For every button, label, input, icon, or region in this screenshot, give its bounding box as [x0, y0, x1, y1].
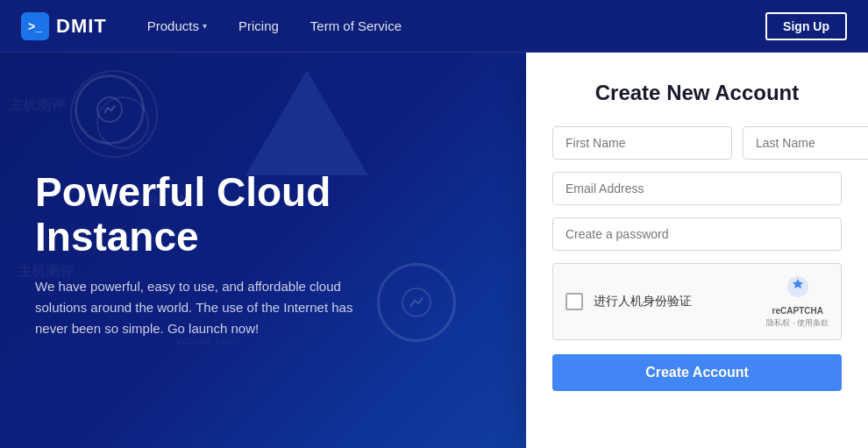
first-name-input[interactable] — [552, 126, 732, 160]
name-row — [552, 126, 842, 160]
email-input[interactable] — [552, 172, 842, 205]
logo-area[interactable]: >_ DMIT — [21, 12, 107, 40]
password-input[interactable] — [552, 217, 842, 251]
recaptcha-label: 进行人机身份验证 — [594, 294, 692, 309]
recaptcha-checkbox[interactable] — [566, 293, 583, 310]
nav-products[interactable]: Products ▾ — [133, 11, 221, 40]
hero-section: Powerful Cloud Instance We have powerful… — [0, 53, 526, 448]
recaptcha-left: 进行人机身份验证 — [566, 293, 692, 310]
logo-text: DMIT — [56, 15, 107, 38]
nav-pricing[interactable]: Pricing — [224, 11, 293, 40]
navbar: >_ DMIT Products ▾ Pricing Term of Servi… — [0, 0, 868, 53]
main-content: Powerful Cloud Instance We have powerful… — [0, 53, 868, 448]
create-account-button[interactable]: Create Account — [552, 354, 842, 391]
recaptcha-links-text: 隐私权 · 使用条款 — [766, 317, 829, 329]
hero-subtitle: We have powerful, easy to use, and affor… — [35, 276, 368, 339]
products-chevron-icon: ▾ — [203, 21, 207, 31]
logo-icon: >_ — [21, 12, 49, 40]
last-name-input[interactable] — [743, 126, 868, 160]
recaptcha-box: 进行人机身份验证 reCAPTCHA 隐私权 · 使用条款 — [552, 263, 842, 340]
signup-button[interactable]: Sign Up — [765, 12, 847, 40]
hero-title: Powerful Cloud Instance — [35, 170, 491, 259]
signup-form-panel: Create New Account 进行人机身份验证 reCAPTCHA — [526, 53, 868, 448]
signup-area: Sign Up — [765, 12, 847, 40]
form-title: Create New Account — [552, 81, 842, 105]
nav-links: Products ▾ Pricing Term of Service — [133, 11, 765, 40]
recaptcha-brand-text: reCAPTCHA — [772, 306, 823, 316]
nav-tos[interactable]: Term of Service — [296, 11, 416, 40]
recaptcha-logo-icon — [786, 274, 810, 304]
recaptcha-right: reCAPTCHA 隐私权 · 使用条款 — [766, 274, 829, 329]
